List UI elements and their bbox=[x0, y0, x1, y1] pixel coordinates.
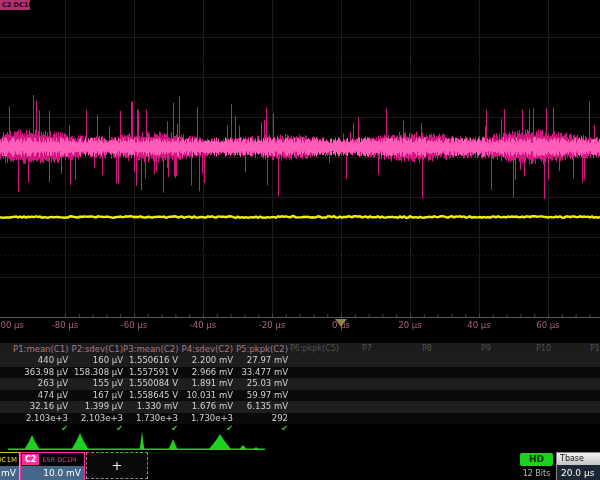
axis-tick-label: 0 µs bbox=[332, 320, 350, 330]
table-row-num: 2.103e+3 2.103e+3 1.730e+3 1.730e+3 292 bbox=[0, 413, 600, 425]
cell: 2.103e+3 bbox=[68, 413, 123, 425]
param-header-p5[interactable]: P5:pkpk(C2) bbox=[233, 343, 288, 355]
oscilloscope-screen: C2 DC1M -100 µs -80 µs -60 µs -40 µs -20… bbox=[0, 0, 600, 480]
waveform-canvas[interactable] bbox=[0, 0, 600, 334]
axis-tick-label: -20 µs bbox=[259, 320, 285, 330]
cell: 1.730e+3 bbox=[178, 413, 233, 425]
cell: 1.558645 V bbox=[123, 390, 178, 402]
cell: 33.477 mV bbox=[233, 367, 288, 379]
plus-icon: + bbox=[112, 458, 123, 473]
cell: 25.03 mV bbox=[233, 378, 288, 390]
cell: 263 µV bbox=[13, 378, 68, 390]
param-header-p10[interactable]: P10 bbox=[536, 343, 551, 355]
measure-table-header: P1:mean(C1) P2:sdev(C1) P3:mean(C2) P4:s… bbox=[0, 343, 600, 355]
cell: 1.550084 V bbox=[123, 378, 178, 390]
hd-mode-badge[interactable]: HD bbox=[520, 453, 553, 466]
cell: 1.730e+3 bbox=[123, 413, 178, 425]
cell: 1.676 mV bbox=[178, 401, 233, 413]
resolution-label: 12 Bits bbox=[514, 469, 559, 478]
cell: 1.891 mV bbox=[178, 378, 233, 390]
param-header-p6[interactable]: P6:pkpk(C5) bbox=[290, 343, 339, 355]
c1-scale-value: 20.0 mV bbox=[0, 466, 19, 480]
cell: 32.16 µV bbox=[13, 401, 68, 413]
cell: 10.031 mV bbox=[178, 390, 233, 402]
add-trace-button[interactable]: + bbox=[86, 452, 148, 479]
cell: 158.308 µV bbox=[68, 367, 123, 379]
axis-tick-label: 60 µs bbox=[536, 320, 559, 330]
cell: 474 µV bbox=[13, 390, 68, 402]
cell: 2.103e+3 bbox=[13, 413, 68, 425]
c2-channel-chip: C2 bbox=[22, 454, 39, 465]
axis-tick-label: -80 µs bbox=[52, 320, 78, 330]
c2-descriptor-box[interactable]: C2 ESR DC1M 10.0 mV bbox=[20, 452, 85, 480]
c1-coupling-label: DC1M bbox=[0, 453, 19, 466]
param-header-p2[interactable]: P2:sdev(C1) bbox=[68, 343, 123, 355]
param-header-p1[interactable]: P1:mean(C1) bbox=[13, 343, 68, 355]
param-header-p9[interactable]: P9 bbox=[481, 343, 491, 355]
c2-top-label: C2 DC1M bbox=[0, 0, 30, 10]
param-header-p11[interactable]: P11 bbox=[590, 343, 600, 355]
cell: 6.135 mV bbox=[233, 401, 288, 413]
axis-tick-label: -40 µs bbox=[190, 320, 216, 330]
cell: 1.330 mV bbox=[123, 401, 178, 413]
cell: 167 µV bbox=[68, 390, 123, 402]
cell: 2.966 mV bbox=[178, 367, 233, 379]
c2-filter-label: ESR bbox=[42, 456, 55, 464]
cell: 363.98 µV bbox=[13, 367, 68, 379]
table-row-sdev: 32.16 µV 1.399 µV 1.330 mV 1.676 mV 6.13… bbox=[0, 401, 600, 413]
param-header-p7[interactable]: P7 bbox=[362, 343, 372, 355]
table-row-value: 440 µV 160 µV 1.550616 V 2.200 mV 27.97 … bbox=[0, 355, 600, 367]
measure-table: P1:mean(C1) P2:sdev(C1) P3:mean(C2) P4:s… bbox=[0, 343, 600, 433]
c1-descriptor-box[interactable]: DC1M 20.0 mV bbox=[0, 452, 20, 480]
cell: 440 µV bbox=[13, 355, 68, 367]
cell: 160 µV bbox=[68, 355, 123, 367]
table-row-max: 474 µV 167 µV 1.558645 V 10.031 mV 59.97… bbox=[0, 390, 600, 402]
param-header-p8[interactable]: P8 bbox=[422, 343, 432, 355]
timebase-box[interactable]: Tbase 20.0 µs bbox=[556, 452, 600, 480]
cell: 292 bbox=[233, 413, 288, 425]
cell: 2.200 mV bbox=[178, 355, 233, 367]
axis-tick-label: -60 µs bbox=[121, 320, 147, 330]
cell: 1.399 µV bbox=[68, 401, 123, 413]
timebase-title: Tbase bbox=[557, 453, 600, 465]
cell: 155 µV bbox=[68, 378, 123, 390]
timebase-scale-value: 20.0 µs bbox=[557, 465, 600, 480]
axis-tick-label: 40 µs bbox=[467, 320, 490, 330]
axis-tick-label: -100 µs bbox=[0, 320, 24, 330]
param-header-p3[interactable]: P3:mean(C2) bbox=[123, 343, 178, 355]
table-row-min: 263 µV 155 µV 1.550084 V 1.891 mV 25.03 … bbox=[0, 378, 600, 390]
c2-coupling-label: DC1M bbox=[57, 456, 76, 464]
c2-scale-value: 10.0 mV bbox=[21, 466, 84, 480]
cell: 27.97 mV bbox=[233, 355, 288, 367]
cell: 59.97 mV bbox=[233, 390, 288, 402]
param-header-p4[interactable]: P4:sdev(C2) bbox=[178, 343, 233, 355]
axis-tick-label: 20 µs bbox=[398, 320, 421, 330]
cell: 1.557591 V bbox=[123, 367, 178, 379]
cell: 1.550616 V bbox=[123, 355, 178, 367]
histogram-trace-canvas[interactable] bbox=[0, 432, 600, 452]
table-row-mean: 363.98 µV 158.308 µV 1.557591 V 2.966 mV… bbox=[0, 367, 600, 379]
